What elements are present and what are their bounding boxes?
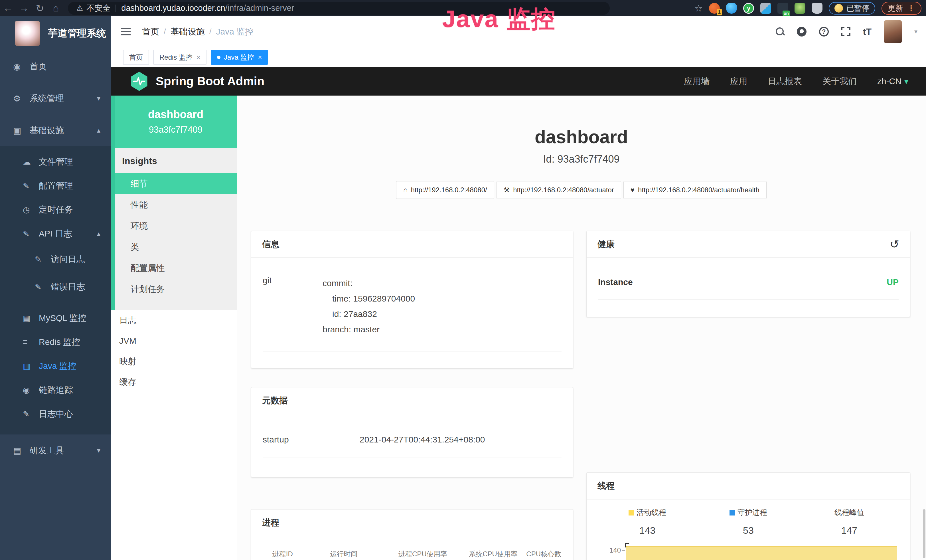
close-icon[interactable]: × (258, 53, 262, 61)
process-card-body: 进程ID 运行时间 进程CPU使用率 系统CPU使用率 CPU核心数 5261 … (251, 536, 573, 560)
sba-language-select[interactable]: zh-CN ▾ (877, 76, 908, 86)
sba-nav-wallboard[interactable]: 应用墙 (684, 76, 710, 87)
home-icon[interactable]: ⌂ (48, 3, 64, 14)
pin-extension-icon[interactable] (726, 3, 737, 14)
sba-app-header[interactable]: dashboard 93a3fc7f7409 (115, 95, 237, 148)
sba-sidebar: dashboard 93a3fc7f7409 Insights 细节 性能 环境… (111, 95, 237, 560)
sidebar-item-access-log[interactable]: ✎ 访问日志 (0, 246, 111, 273)
user-avatar[interactable] (884, 20, 902, 43)
puzzle-extensions-icon[interactable] (812, 3, 823, 14)
y-extension-icon[interactable]: y (743, 3, 754, 14)
sidebar-item-config-manage[interactable]: ✎ 配置管理 (0, 174, 111, 198)
font-size-icon[interactable]: tT (863, 27, 872, 37)
card-title: 信息 (262, 239, 279, 250)
sidebar-item-file-manage[interactable]: ☁ 文件管理 (0, 150, 111, 174)
database-icon: ▦ (23, 313, 35, 323)
breadcrumb-infra[interactable]: 基础设施 (171, 26, 205, 38)
service-url-button[interactable]: ⌂ http://192.168.0.2:48080/ (396, 181, 494, 199)
metadata-card-body: startup 2021-04-27T00:44:31.254+08:00 (251, 414, 573, 477)
on-badge: on (782, 11, 790, 16)
sidebar-item-redis-monitor[interactable]: ≡ Redis 监控 (0, 330, 111, 354)
sba-brand-title[interactable]: Spring Boot Admin (156, 74, 264, 88)
hamburger-icon[interactable] (121, 31, 131, 32)
live-threads-area (626, 546, 897, 560)
extension-icon[interactable]: 1 (709, 3, 720, 14)
sba-nav-applications[interactable]: 应用 (730, 76, 747, 87)
chrome-update-button[interactable]: 更新 ⋮ (882, 2, 921, 15)
scrollbar-thumb[interactable] (923, 509, 925, 558)
security-label[interactable]: 不安全 (86, 3, 110, 14)
fullscreen-icon[interactable] (841, 27, 850, 36)
health-url-button[interactable]: ♥ http://192.168.0.2:48080/actuator/heal… (623, 181, 767, 199)
sidebar-item-scheduled-jobs[interactable]: ◷ 定时任务 (0, 198, 111, 222)
bookmark-star-icon[interactable]: ☆ (694, 3, 703, 14)
sba-item-mappings[interactable]: 映射 (111, 351, 237, 372)
info-git-row: git commit: time: 1596289704000 id: 27aa… (263, 275, 561, 351)
back-icon[interactable]: ← (0, 3, 16, 14)
sba-item-details[interactable]: 细节 (115, 173, 237, 194)
health-instance-row[interactable]: Instance UP (598, 277, 899, 300)
sidebar-item-dev-tools[interactable]: ▤ 研发工具 ▾ (0, 434, 111, 466)
tag-home[interactable]: 首页 (123, 50, 149, 65)
sidebar-item-log-center[interactable]: ✎ 日志中心 (0, 402, 111, 426)
threads-legend: 活动线程 143 守护进程 53 线程峰值 147 (597, 507, 900, 536)
close-icon[interactable]: × (197, 53, 200, 61)
sidebar-item-error-log[interactable]: ✎ 错误日志 (0, 273, 111, 300)
tag-java-monitor[interactable]: Java 监控 × (211, 50, 268, 65)
sba-item-config-props[interactable]: 配置属性 (115, 257, 237, 279)
sidebar-item-infra[interactable]: ▣ 基础设施 ▴ (0, 114, 111, 146)
sidebar-item-api-log[interactable]: ✎ API 日志 ▴ (0, 222, 111, 246)
sidebar-item-java-monitor[interactable]: ▥ Java 监控 (0, 354, 111, 378)
paused-badge[interactable]: 已暂停 (829, 2, 875, 15)
sba-item-classes[interactable]: 类 (115, 236, 237, 257)
actuator-url-button[interactable]: ⚒ http://192.168.0.2:48080/actuator (496, 181, 621, 199)
breadcrumb-home[interactable]: 首页 (142, 26, 159, 38)
list-extension-icon[interactable]: on (778, 3, 788, 14)
forward-icon[interactable]: → (16, 3, 32, 14)
chevron-down-icon: ▾ (97, 94, 100, 102)
menu-kebab-icon[interactable]: ⋮ (907, 3, 915, 13)
tag-redis-monitor[interactable]: Redis 监控 × (153, 50, 206, 65)
extension-letter: y (747, 5, 750, 12)
screen: ← → ↻ ⌂ ⚠ 不安全 dashboard.yudao.iocoder.cn… (0, 0, 926, 560)
yellow-legend-swatch (629, 510, 634, 516)
sba-item-metrics[interactable]: 性能 (115, 194, 237, 215)
sba-item-caches[interactable]: 缓存 (111, 372, 237, 392)
dashboard-gauge-icon: ◉ (13, 62, 26, 72)
sidebar-item-trace[interactable]: ◉ 链路追踪 (0, 378, 111, 402)
sba-item-scheduled-tasks[interactable]: 计划任务 (115, 279, 237, 300)
browser-actions: ☆ 1 y on 已暂停 更新 ⋮ (694, 2, 921, 15)
page-title: dashboard (237, 126, 926, 147)
chevron-down-icon: ▾ (904, 77, 908, 86)
sba-item-jvm[interactable]: JVM (111, 331, 237, 351)
leaf-extension-icon[interactable] (794, 3, 805, 14)
sba-item-logs[interactable]: 日志 (111, 310, 237, 331)
timer-icon: ◷ (23, 205, 35, 215)
sba-app-block: dashboard 93a3fc7f7409 Insights 细节 性能 环境… (111, 95, 237, 310)
annotation-java-monitor: Java 监控 (411, 3, 587, 35)
help-icon[interactable]: ? (819, 27, 829, 36)
sba-nav-journal[interactable]: 日志报表 (768, 76, 802, 87)
grid-extension-icon[interactable] (760, 3, 771, 14)
history-icon[interactable]: ↺ (890, 239, 899, 250)
log-edit-icon: ✎ (23, 409, 35, 419)
sba-nav: 应用墙 应用 日志报表 关于我们 zh-CN ▾ (684, 76, 908, 87)
log-edit-icon: ✎ (23, 229, 35, 239)
sba-item-environment[interactable]: 环境 (115, 215, 237, 236)
heartbeat-icon: ♥ (631, 186, 634, 194)
sba-app-id: 93a3fc7f7409 (149, 125, 203, 135)
reload-icon[interactable]: ↻ (32, 3, 48, 14)
avatar-caret-icon[interactable]: ▾ (914, 28, 917, 35)
peak-threads-value: 147 (799, 525, 900, 536)
search-icon[interactable] (776, 27, 784, 36)
right-column: 健康 ↺ Instance UP 线程 (586, 231, 910, 560)
github-icon[interactable] (797, 27, 806, 36)
sidebar-item-mysql-monitor[interactable]: ▦ MySQL 监控 (0, 306, 111, 330)
process-card-header: 进程 (251, 510, 573, 536)
sidebar-item-home[interactable]: ◉ 首页 (0, 50, 111, 82)
health-card-body: Instance UP (587, 258, 910, 317)
sba-nav-about[interactable]: 关于我们 (823, 76, 857, 87)
threads-card-header: 线程 (587, 473, 910, 499)
left-column: 信息 git commit: time: 1596289704000 id: 2… (251, 231, 573, 560)
sidebar-item-system[interactable]: ⚙ 系统管理 ▾ (0, 82, 111, 114)
